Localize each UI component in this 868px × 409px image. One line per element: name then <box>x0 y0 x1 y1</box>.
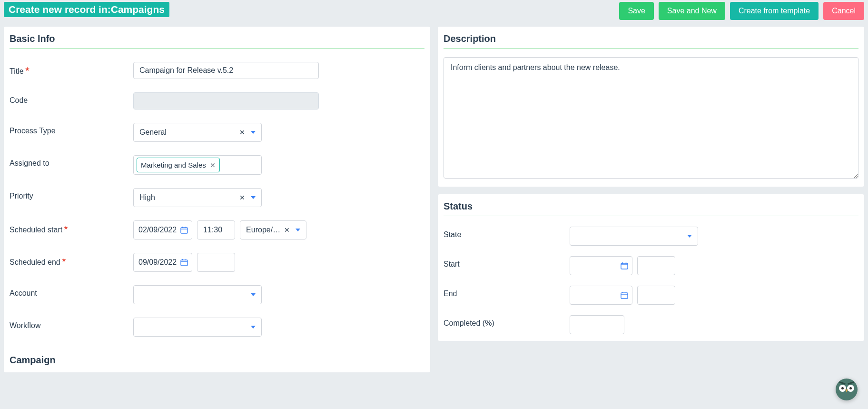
sched-start-time-value: 11:30 <box>203 226 222 234</box>
required-icon: ★ <box>25 66 30 72</box>
right-column: Description Status State Start <box>438 27 864 349</box>
sched-start-time-input[interactable]: 11:30 <box>197 220 235 239</box>
label-process-type: Process Type <box>10 123 133 135</box>
account-select[interactable] <box>133 285 262 304</box>
calendar-icon[interactable] <box>621 291 628 299</box>
chevron-down-icon[interactable] <box>687 235 692 238</box>
status-end-time-input[interactable] <box>637 286 675 305</box>
row-title: Title★ <box>10 62 424 79</box>
description-textarea[interactable] <box>444 57 858 179</box>
label-assigned: Assigned to <box>10 155 133 168</box>
label-account: Account <box>10 285 133 298</box>
label-workflow: Workflow <box>10 318 133 330</box>
row-code: Code <box>10 92 424 110</box>
label-status-end: End <box>444 286 570 298</box>
assigned-chip: Marketing and Sales ✕ <box>137 158 220 172</box>
process-type-select[interactable]: General ✕ <box>133 123 262 142</box>
svg-rect-4 <box>181 260 187 266</box>
svg-rect-8 <box>621 263 628 269</box>
row-status-start: Start <box>444 256 858 275</box>
priority-value: High <box>139 193 237 202</box>
owl-icon <box>838 383 855 384</box>
cancel-button[interactable]: Cancel <box>823 2 864 20</box>
calendar-icon[interactable] <box>621 262 628 269</box>
clear-icon[interactable]: ✕ <box>237 129 248 136</box>
form-columns: Basic Info Title★ Code Process Type Gene… <box>0 27 868 384</box>
header-bar: Create new record in:Campaigns Save Save… <box>0 0 868 27</box>
code-input <box>133 92 319 110</box>
page-title: Create new record in:Campaigns <box>4 2 169 17</box>
required-icon: ★ <box>63 224 69 231</box>
label-code: Code <box>10 92 133 105</box>
priority-select[interactable]: High ✕ <box>133 188 262 207</box>
clear-icon[interactable]: ✕ <box>237 194 248 201</box>
chevron-down-icon[interactable] <box>296 229 300 231</box>
sched-start-tz-select[interactable]: Europe/Ath… ✕ <box>240 220 306 239</box>
label-title: Title★ <box>10 62 133 76</box>
label-state: State <box>444 227 570 239</box>
svg-rect-12 <box>621 293 628 299</box>
basic-info-panel: Basic Info Title★ Code Process Type Gene… <box>4 27 430 372</box>
sched-end-date-value: 09/09/2022 <box>138 258 177 267</box>
status-panel: Status State Start <box>438 194 864 341</box>
status-end-date-input[interactable] <box>570 286 632 305</box>
description-panel: Description <box>438 27 864 187</box>
sched-start-tz-value: Europe/Ath… <box>246 226 281 234</box>
row-account: Account <box>10 285 424 304</box>
save-button[interactable]: Save <box>619 2 653 20</box>
title-input[interactable] <box>133 62 319 79</box>
calendar-icon[interactable] <box>180 259 188 266</box>
calendar-icon[interactable] <box>180 226 188 234</box>
sched-start-date-value: 02/09/2022 <box>138 226 177 234</box>
label-status-start: Start <box>444 256 570 269</box>
chip-remove-icon[interactable]: ✕ <box>210 161 216 169</box>
row-sched-end: Scheduled end★ 09/09/2022 <box>10 253 424 272</box>
state-select[interactable] <box>570 227 698 246</box>
create-from-template-button[interactable]: Create from template <box>730 2 819 20</box>
left-column: Basic Info Title★ Code Process Type Gene… <box>4 27 430 380</box>
campaign-section-title: Campaign <box>10 350 424 366</box>
row-workflow: Workflow <box>10 318 424 337</box>
row-assigned: Assigned to Marketing and Sales ✕ <box>10 155 424 175</box>
status-start-time-input[interactable] <box>637 256 675 275</box>
assigned-input[interactable]: Marketing and Sales ✕ <box>133 155 262 175</box>
chevron-down-icon[interactable] <box>251 131 256 134</box>
assigned-chip-label: Marketing and Sales <box>141 161 206 169</box>
status-title: Status <box>444 194 858 216</box>
required-icon: ★ <box>61 257 67 263</box>
row-state: State <box>444 227 858 246</box>
save-and-new-button[interactable]: Save and New <box>659 2 725 20</box>
sched-start-date-input[interactable]: 02/09/2022 <box>133 220 192 239</box>
workflow-select[interactable] <box>133 318 262 337</box>
chevron-down-icon[interactable] <box>251 196 256 199</box>
chevron-down-icon[interactable] <box>251 293 256 296</box>
row-status-end: End <box>444 286 858 305</box>
row-process-type: Process Type General ✕ <box>10 123 424 142</box>
process-type-value: General <box>139 128 237 137</box>
row-sched-start: Scheduled start★ 02/09/2022 11:30 Europe… <box>10 220 424 239</box>
status-start-date-input[interactable] <box>570 256 632 275</box>
clear-icon[interactable]: ✕ <box>281 226 293 234</box>
svg-rect-0 <box>181 228 187 233</box>
sched-end-time-input[interactable] <box>197 253 235 272</box>
sched-end-date-input[interactable]: 09/09/2022 <box>133 253 192 272</box>
completed-input[interactable] <box>570 315 624 334</box>
label-sched-start: Scheduled start★ <box>10 220 133 234</box>
row-completed: Completed (%) <box>444 315 858 334</box>
label-completed: Completed (%) <box>444 315 570 328</box>
basic-info-title: Basic Info <box>10 27 424 49</box>
chevron-down-icon[interactable] <box>251 326 256 329</box>
description-title: Description <box>444 27 858 49</box>
label-priority: Priority <box>10 188 133 200</box>
row-priority: Priority High ✕ <box>10 188 424 207</box>
label-sched-end: Scheduled end★ <box>10 253 133 267</box>
